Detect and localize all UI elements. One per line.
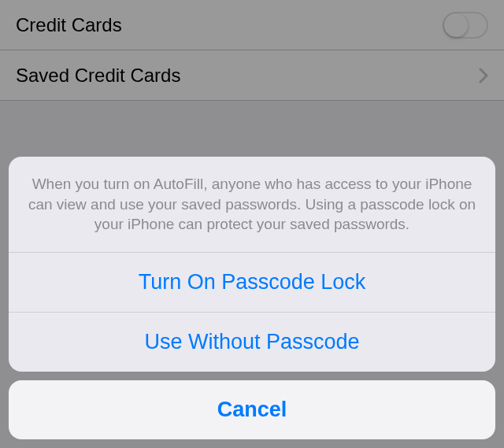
use-without-passcode-button[interactable]: Use Without Passcode <box>9 313 495 372</box>
cancel-sheet: Cancel <box>9 380 495 439</box>
turn-on-passcode-button[interactable]: Turn On Passcode Lock <box>9 253 495 313</box>
action-sheet-message: When you turn on AutoFill, anyone who ha… <box>9 157 495 253</box>
action-sheet-body: When you turn on AutoFill, anyone who ha… <box>9 157 495 372</box>
action-sheet: When you turn on AutoFill, anyone who ha… <box>9 157 495 439</box>
cancel-button[interactable]: Cancel <box>9 380 495 439</box>
